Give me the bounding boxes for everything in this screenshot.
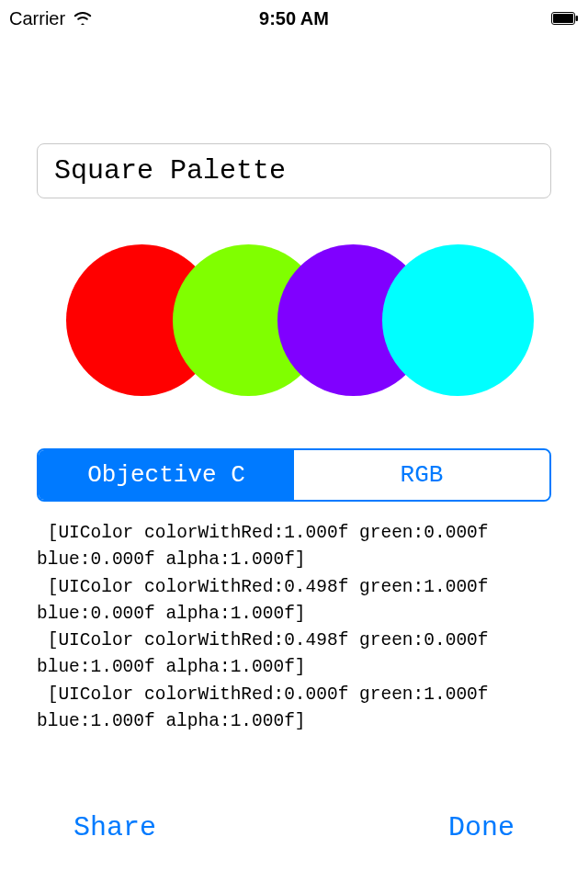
battery-icon bbox=[551, 8, 579, 29]
format-segmented-control: Objective C RGB bbox=[37, 448, 551, 502]
palette-color-4[interactable] bbox=[382, 244, 534, 396]
palette-row bbox=[0, 244, 588, 396]
code-output: [UIColor colorWithRed:1.000f green:0.000… bbox=[37, 520, 551, 735]
share-button[interactable]: Share bbox=[74, 812, 156, 843]
status-bar: Carrier 9:50 AM bbox=[0, 0, 588, 37]
bottom-bar: Share Done bbox=[0, 812, 588, 843]
status-right bbox=[551, 8, 579, 29]
wifi-icon bbox=[73, 8, 93, 29]
status-left: Carrier bbox=[9, 8, 93, 29]
segment-rgb[interactable]: RGB bbox=[294, 450, 549, 500]
svg-rect-1 bbox=[553, 14, 573, 23]
palette-title-input[interactable] bbox=[37, 143, 551, 198]
done-button[interactable]: Done bbox=[448, 812, 514, 843]
segment-objective-c[interactable]: Objective C bbox=[39, 450, 294, 500]
svg-rect-2 bbox=[576, 16, 579, 21]
status-time: 9:50 AM bbox=[259, 8, 329, 29]
carrier-label: Carrier bbox=[9, 8, 65, 29]
